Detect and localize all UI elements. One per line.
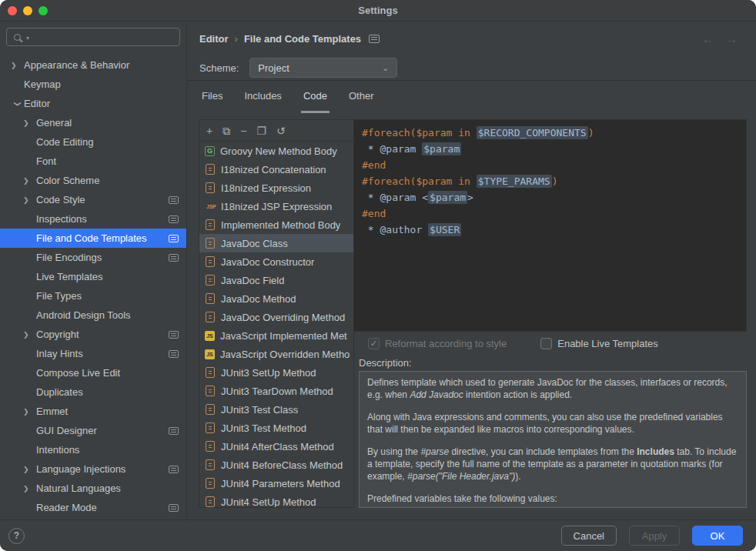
sidebar-item-compose-live-edit[interactable]: Compose Live Edit: [0, 363, 186, 382]
reformat-option[interactable]: Reformat according to style: [368, 338, 507, 349]
template-item-javadoc-class[interactable]: JavaDoc Class: [199, 234, 353, 252]
sidebar-item-emmet[interactable]: ❯Emmet: [0, 402, 186, 421]
sidebar-item-code-editing[interactable]: Code Editing: [0, 132, 186, 152]
sidebar-item-duplicates[interactable]: Duplicates: [0, 382, 186, 402]
add-icon[interactable]: +: [206, 125, 212, 136]
template-item-label: I18nized Expression: [221, 182, 311, 194]
tpl-icon: [205, 441, 216, 452]
breadcrumb: Editor › File and Code Templates ← →: [187, 22, 756, 55]
breadcrumb-separator: ›: [235, 33, 238, 45]
template-item-javascript-implemented-met[interactable]: JSJavaScript Implemented Met: [199, 326, 353, 345]
template-item-junit3-test-class[interactable]: JUnit3 Test Class: [199, 400, 353, 419]
chevron-down-icon[interactable]: ❯: [14, 97, 22, 110]
sidebar-item-label: Android Design Tools: [36, 309, 186, 321]
sidebar-item-file-and-code-templates[interactable]: File and Code Templates: [0, 229, 186, 248]
cancel-button[interactable]: Cancel: [561, 526, 617, 546]
tab-code[interactable]: Code: [301, 81, 329, 113]
template-item-i18nized-concatenation[interactable]: I18nized Concatenation: [199, 160, 353, 179]
sidebar-item-code-style[interactable]: ❯Code Style: [0, 190, 186, 209]
template-item-junit4-afterclass-method[interactable]: JUnit4 AfterClass Method: [199, 437, 353, 456]
live-templates-option[interactable]: Enable Live Templates: [540, 338, 658, 349]
sidebar-item-label: General: [36, 117, 186, 129]
back-arrow-icon[interactable]: ←: [702, 32, 714, 45]
template-item-implemented-method-body[interactable]: Implemented Method Body: [199, 215, 353, 234]
template-item-javadoc-constructor[interactable]: JavaDoc Constructor: [199, 252, 353, 271]
template-item-junit4-beforeclass-method[interactable]: JUnit4 BeforeClass Method: [199, 456, 353, 474]
sidebar-item-file-types[interactable]: File Types: [0, 286, 186, 306]
template-item-junit3-teardown-method[interactable]: JUnit3 TearDown Method: [199, 382, 353, 400]
chevron-right-icon[interactable]: ❯: [23, 466, 36, 473]
sidebar-item-label: Color Scheme: [36, 175, 186, 186]
chevron-right-icon[interactable]: ❯: [23, 177, 36, 185]
sidebar-item-language-injections[interactable]: ❯Language Injections: [0, 459, 186, 479]
sidebar-item-appearance-behavior[interactable]: ❯Appearance & Behavior: [0, 55, 186, 75]
template-item-label: I18nized Concatenation: [221, 164, 326, 175]
template-item-junit3-test-method[interactable]: JUnit3 Test Method: [199, 419, 353, 437]
breadcrumb-editor[interactable]: Editor: [199, 33, 229, 45]
search-input[interactable]: ▾: [6, 28, 180, 46]
tab-includes[interactable]: Includes: [242, 81, 283, 113]
template-item-junit4-setup-method[interactable]: JUnit4 SetUp Method: [199, 493, 353, 507]
sidebar-item-font[interactable]: Font: [0, 152, 186, 171]
breadcrumb-file-and-code-templates[interactable]: File and Code Templates: [244, 33, 361, 45]
remove-icon[interactable]: −: [240, 125, 246, 136]
template-item-junit4-parameters-method[interactable]: JUnit4 Parameters Method: [199, 474, 353, 493]
sidebar-item-inlay-hints[interactable]: Inlay Hints: [0, 344, 186, 363]
chevron-right-icon[interactable]: ❯: [23, 485, 36, 493]
sidebar-item-gui-designer[interactable]: GUI Designer: [0, 421, 186, 440]
forward-arrow-icon[interactable]: →: [726, 32, 738, 45]
tab-other[interactable]: Other: [346, 81, 376, 113]
chevron-right-icon[interactable]: ❯: [23, 331, 36, 339]
help-button[interactable]: ?: [8, 528, 25, 544]
template-item-javadoc-overriding-method[interactable]: JavaDoc Overriding Method: [199, 308, 353, 326]
template-editor[interactable]: #foreach($param in $RECORD_COMPONENTS) *…: [354, 119, 747, 332]
template-item-junit3-setup-method[interactable]: JUnit3 SetUp Method: [199, 363, 353, 382]
template-item-label: JavaDoc Class: [221, 238, 288, 249]
template-item-i18nized-jsp-expression[interactable]: JSPI18nized JSP Expression: [199, 197, 353, 215]
sidebar-item-editor[interactable]: ❯Editor: [0, 94, 186, 113]
titlebar: Settings: [0, 0, 756, 22]
sidebar-item-inspections[interactable]: Inspections: [0, 209, 186, 229]
sidebar-item-label: Appearance & Behavior: [24, 59, 186, 71]
reset-icon[interactable]: ↺: [276, 125, 286, 136]
sidebar-item-label: Compose Live Edit: [36, 367, 186, 379]
chevron-right-icon[interactable]: ❯: [23, 196, 36, 204]
sidebar-item-natural-languages[interactable]: ❯Natural Languages: [0, 479, 186, 498]
sidebar: ▾ ❯Appearance & BehaviorKeymap❯Editor❯Ge…: [0, 22, 187, 519]
close-button[interactable]: [8, 6, 17, 15]
zoom-button[interactable]: [38, 6, 48, 15]
template-item-i18nized-expression[interactable]: I18nized Expression: [199, 179, 353, 197]
checkbox-unchecked-icon[interactable]: [540, 338, 552, 349]
template-item-javadoc-method[interactable]: JavaDoc Method: [199, 289, 353, 308]
sidebar-item-label: Keymap: [24, 78, 186, 90]
apply-button[interactable]: Apply: [629, 526, 680, 546]
template-item-label: JUnit4 AfterClass Method: [221, 441, 334, 452]
tpl-icon: [205, 164, 216, 175]
template-item-label: JavaDoc Field: [221, 275, 284, 286]
sidebar-item-file-encodings[interactable]: File Encodings: [0, 248, 186, 267]
copy-icon[interactable]: ⧉: [222, 125, 230, 136]
chevron-right-icon[interactable]: ❯: [23, 408, 36, 416]
sidebar-item-copyright[interactable]: ❯Copyright: [0, 325, 186, 344]
jsp-icon: JSP: [205, 201, 218, 212]
template-item-javascript-overridden-metho[interactable]: JSJavaScript Overridden Metho: [199, 345, 353, 363]
screen-badge-icon: [169, 254, 179, 262]
chevron-right-icon[interactable]: ❯: [11, 62, 24, 69]
minimize-button[interactable]: [23, 6, 32, 15]
sidebar-item-reader-mode[interactable]: Reader Mode: [0, 498, 186, 517]
duplicate-icon[interactable]: ❐: [256, 125, 266, 136]
checkbox-checked-icon[interactable]: [368, 338, 380, 349]
sidebar-item-live-templates[interactable]: Live Templates: [0, 267, 186, 286]
chevron-right-icon[interactable]: ❯: [23, 119, 36, 127]
sidebar-item-android-design-tools[interactable]: Android Design Tools: [0, 306, 186, 325]
tab-files[interactable]: Files: [199, 81, 225, 113]
scheme-dropdown[interactable]: Project ⌄: [249, 58, 397, 78]
sidebar-item-keymap[interactable]: Keymap: [0, 75, 186, 94]
template-item-groovy-new-method-body[interactable]: GGroovy New Method Body: [199, 142, 353, 160]
sidebar-item-color-scheme[interactable]: ❯Color Scheme: [0, 171, 186, 190]
sidebar-item-intentions[interactable]: Intentions: [0, 440, 186, 459]
ok-button[interactable]: OK: [692, 526, 743, 546]
code-line: * @param $param: [362, 141, 738, 157]
template-item-javadoc-field[interactable]: JavaDoc Field: [199, 271, 353, 289]
sidebar-item-general[interactable]: ❯General: [0, 113, 186, 132]
